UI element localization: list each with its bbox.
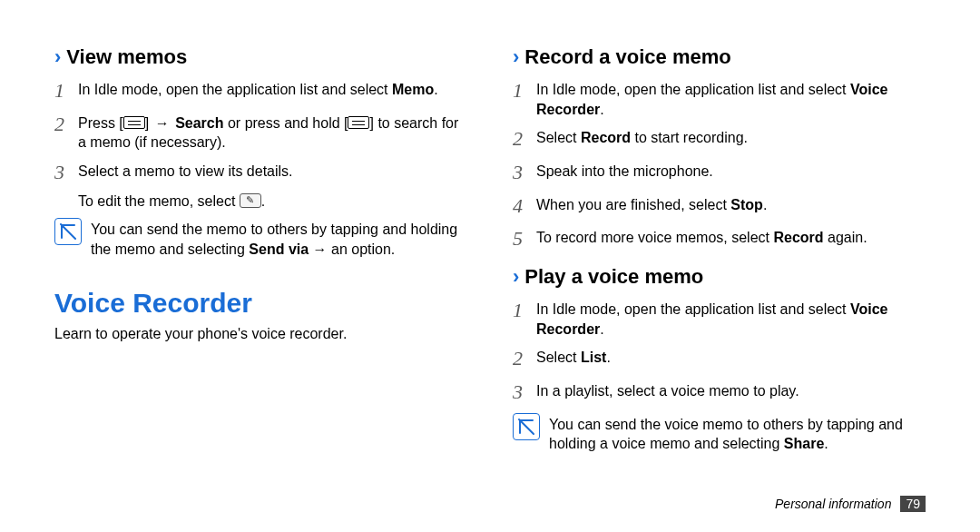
text: To edit the memo, select <box>78 193 240 209</box>
bold-stop: Stop <box>730 197 763 212</box>
step-text: Select Record to start recording. <box>536 124 926 148</box>
text: . <box>763 197 767 212</box>
step-text: Speak into the microphone. <box>536 158 926 182</box>
edit-key-icon <box>240 193 261 208</box>
text: To record more voice memos, select <box>536 230 773 245</box>
note-icon <box>54 218 82 245</box>
heading-text: View memos <box>66 45 187 69</box>
step-text: In Idle mode, open the application list … <box>536 76 926 119</box>
text: In Idle mode, open the application list … <box>78 82 392 97</box>
text: ] <box>145 115 153 131</box>
step-3-subline: To edit the memo, select . <box>78 192 467 212</box>
text: . <box>606 350 610 365</box>
heading-voice-recorder: Voice Recorder <box>54 288 467 319</box>
step-text: Select a memo to view its details. <box>78 158 467 182</box>
step-number: 1 <box>54 76 78 104</box>
text: . <box>434 82 437 97</box>
heading-text: Play a voice memo <box>524 265 703 289</box>
step-text: Select List. <box>536 344 926 368</box>
bold-share: Share <box>784 436 824 451</box>
heading-record-voice-memo: › Record a voice memo <box>513 45 926 69</box>
text: . <box>600 102 603 117</box>
record-step-1: 1 In Idle mode, open the application lis… <box>513 76 926 119</box>
step-text: Press [] → Search or press and hold [] t… <box>78 110 467 153</box>
step-number: 3 <box>54 158 78 186</box>
text: or press and hold [ <box>224 115 348 131</box>
note-view-memos: You can send the memo to others by tappi… <box>54 218 467 259</box>
step-text: When you are finished, select Stop. <box>536 192 926 215</box>
note-text: You can send the memo to others by tappi… <box>91 218 467 259</box>
bold-send-via: Send via <box>249 241 309 257</box>
step-number: 3 <box>513 378 536 406</box>
step-number: 2 <box>513 124 536 153</box>
note-play-voice-memo: You can send the voice memo to others by… <box>513 413 926 454</box>
text: Select <box>536 350 581 365</box>
menu-key-icon <box>123 116 145 129</box>
record-step-3: 3 Speak into the microphone. <box>513 158 926 186</box>
text: . <box>824 436 828 451</box>
step-number: 3 <box>513 158 536 186</box>
bold-record: Record <box>773 230 823 245</box>
menu-key-icon <box>348 116 369 129</box>
page-columns: › View memos 1 In Idle mode, open the ap… <box>54 45 926 468</box>
chevron-icon: › <box>54 45 61 69</box>
text: In Idle mode, open the application list … <box>536 82 850 97</box>
bold-record: Record <box>581 130 631 145</box>
step-number: 4 <box>513 192 536 220</box>
heading-view-memos: › View memos <box>54 45 467 69</box>
text: Select <box>536 130 581 145</box>
record-step-4: 4 When you are finished, select Stop. <box>513 192 926 220</box>
chevron-icon: › <box>513 45 519 69</box>
step-number: 2 <box>513 344 536 372</box>
step-text: In a playlist, select a voice memo to pl… <box>536 378 926 401</box>
play-step-1: 1 In Idle mode, open the application lis… <box>513 296 926 339</box>
intro-text: Learn to operate your phone's voice reco… <box>54 324 467 344</box>
arrow-icon: → <box>309 241 331 257</box>
step-number: 5 <box>513 224 536 252</box>
arrow-icon: → <box>153 115 172 131</box>
text: an option. <box>331 241 395 257</box>
step-1: 1 In Idle mode, open the application lis… <box>54 76 467 104</box>
heading-text: Record a voice memo <box>524 45 730 69</box>
bold-search: Search <box>175 115 223 131</box>
right-column: › Record a voice memo 1 In Idle mode, op… <box>513 45 926 468</box>
step-text: In Idle mode, open the application list … <box>78 76 467 100</box>
note-icon <box>513 413 540 440</box>
chevron-icon: › <box>513 265 519 289</box>
text: In Idle mode, open the application list … <box>536 301 850 317</box>
bold-memo: Memo <box>392 82 434 97</box>
step-3: 3 Select a memo to view its details. <box>54 158 467 186</box>
text: . <box>261 193 265 209</box>
step-text: In Idle mode, open the application list … <box>536 296 926 339</box>
record-step-5: 5 To record more voice memos, select Rec… <box>513 224 926 252</box>
page-footer: Personal information 79 <box>775 496 926 512</box>
step-number: 1 <box>513 296 536 324</box>
step-text: To record more voice memos, select Recor… <box>536 224 926 248</box>
play-step-3: 3 In a playlist, select a voice memo to … <box>513 378 926 406</box>
footer-page-number: 79 <box>900 496 926 512</box>
text: You can send the voice memo to others by… <box>549 417 903 452</box>
note-text: You can send the voice memo to others by… <box>549 413 926 454</box>
step-2: 2 Press [] → Search or press and hold []… <box>54 110 467 153</box>
record-step-2: 2 Select Record to start recording. <box>513 124 926 153</box>
text: again. <box>824 230 867 245</box>
footer-section-label: Personal information <box>775 497 891 511</box>
left-column: › View memos 1 In Idle mode, open the ap… <box>54 45 467 468</box>
text: When you are finished, select <box>536 197 730 212</box>
heading-play-voice-memo: › Play a voice memo <box>513 265 926 289</box>
step-number: 1 <box>513 76 536 104</box>
text: Press [ <box>78 115 123 131</box>
text: . <box>600 321 603 337</box>
step-number: 2 <box>54 110 78 138</box>
bold-list: List <box>581 350 606 365</box>
text: to start recording. <box>631 130 748 145</box>
play-step-2: 2 Select List. <box>513 344 926 372</box>
